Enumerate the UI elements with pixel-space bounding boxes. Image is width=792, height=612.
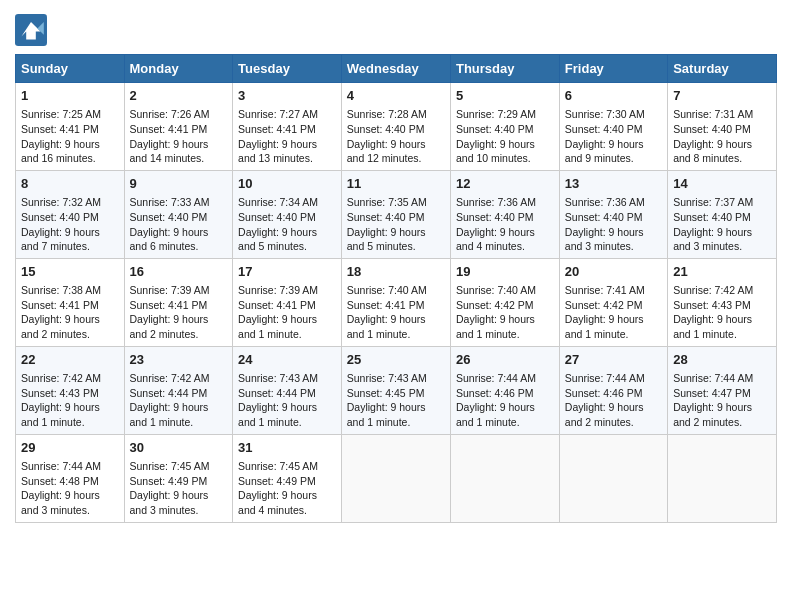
sunset: Sunset: 4:40 PM <box>130 211 208 223</box>
day-number: 20 <box>565 263 662 281</box>
sunrise: Sunrise: 7:30 AM <box>565 108 645 120</box>
day-number: 19 <box>456 263 554 281</box>
calendar-day-header: Sunday <box>16 55 125 83</box>
calendar-cell: 13 Sunrise: 7:36 AM Sunset: 4:40 PM Dayl… <box>559 170 667 258</box>
sunset: Sunset: 4:41 PM <box>238 123 316 135</box>
logo <box>15 14 51 46</box>
calendar-cell: 8 Sunrise: 7:32 AM Sunset: 4:40 PM Dayli… <box>16 170 125 258</box>
calendar-day-header: Monday <box>124 55 233 83</box>
sunrise: Sunrise: 7:40 AM <box>456 284 536 296</box>
sunset: Sunset: 4:41 PM <box>238 299 316 311</box>
day-number: 9 <box>130 175 228 193</box>
calendar-cell <box>559 434 667 522</box>
sunrise: Sunrise: 7:44 AM <box>21 460 101 472</box>
day-number: 3 <box>238 87 336 105</box>
calendar-cell: 4 Sunrise: 7:28 AM Sunset: 4:40 PM Dayli… <box>341 83 450 171</box>
calendar-cell: 29 Sunrise: 7:44 AM Sunset: 4:48 PM Dayl… <box>16 434 125 522</box>
calendar-cell: 11 Sunrise: 7:35 AM Sunset: 4:40 PM Dayl… <box>341 170 450 258</box>
daylight: Daylight: 9 hours and 8 minutes. <box>673 138 752 165</box>
daylight: Daylight: 9 hours and 1 minute. <box>238 401 317 428</box>
daylight: Daylight: 9 hours and 1 minute. <box>456 401 535 428</box>
calendar-cell <box>341 434 450 522</box>
calendar-cell: 28 Sunrise: 7:44 AM Sunset: 4:47 PM Dayl… <box>668 346 777 434</box>
calendar-cell: 25 Sunrise: 7:43 AM Sunset: 4:45 PM Dayl… <box>341 346 450 434</box>
calendar-cell <box>668 434 777 522</box>
sunset: Sunset: 4:40 PM <box>673 123 751 135</box>
sunrise: Sunrise: 7:43 AM <box>347 372 427 384</box>
day-number: 12 <box>456 175 554 193</box>
calendar-body: 1 Sunrise: 7:25 AM Sunset: 4:41 PM Dayli… <box>16 83 777 523</box>
calendar-week-row: 22 Sunrise: 7:42 AM Sunset: 4:43 PM Dayl… <box>16 346 777 434</box>
day-number: 30 <box>130 439 228 457</box>
day-number: 27 <box>565 351 662 369</box>
sunset: Sunset: 4:41 PM <box>130 299 208 311</box>
sunset: Sunset: 4:42 PM <box>565 299 643 311</box>
day-number: 16 <box>130 263 228 281</box>
day-number: 18 <box>347 263 445 281</box>
calendar-cell: 19 Sunrise: 7:40 AM Sunset: 4:42 PM Dayl… <box>450 258 559 346</box>
day-number: 7 <box>673 87 771 105</box>
daylight: Daylight: 9 hours and 5 minutes. <box>238 226 317 253</box>
sunrise: Sunrise: 7:25 AM <box>21 108 101 120</box>
sunrise: Sunrise: 7:38 AM <box>21 284 101 296</box>
calendar-cell: 9 Sunrise: 7:33 AM Sunset: 4:40 PM Dayli… <box>124 170 233 258</box>
sunrise: Sunrise: 7:26 AM <box>130 108 210 120</box>
daylight: Daylight: 9 hours and 7 minutes. <box>21 226 100 253</box>
sunset: Sunset: 4:40 PM <box>565 123 643 135</box>
calendar-cell: 23 Sunrise: 7:42 AM Sunset: 4:44 PM Dayl… <box>124 346 233 434</box>
calendar-cell: 10 Sunrise: 7:34 AM Sunset: 4:40 PM Dayl… <box>233 170 342 258</box>
daylight: Daylight: 9 hours and 3 minutes. <box>130 489 209 516</box>
sunrise: Sunrise: 7:43 AM <box>238 372 318 384</box>
calendar-header-row: SundayMondayTuesdayWednesdayThursdayFrid… <box>16 55 777 83</box>
day-number: 29 <box>21 439 119 457</box>
sunset: Sunset: 4:43 PM <box>673 299 751 311</box>
calendar-day-header: Friday <box>559 55 667 83</box>
calendar-cell: 12 Sunrise: 7:36 AM Sunset: 4:40 PM Dayl… <box>450 170 559 258</box>
sunrise: Sunrise: 7:31 AM <box>673 108 753 120</box>
daylight: Daylight: 9 hours and 2 minutes. <box>673 401 752 428</box>
sunrise: Sunrise: 7:33 AM <box>130 196 210 208</box>
calendar-cell: 17 Sunrise: 7:39 AM Sunset: 4:41 PM Dayl… <box>233 258 342 346</box>
day-number: 25 <box>347 351 445 369</box>
sunrise: Sunrise: 7:42 AM <box>130 372 210 384</box>
sunset: Sunset: 4:47 PM <box>673 387 751 399</box>
calendar-day-header: Saturday <box>668 55 777 83</box>
daylight: Daylight: 9 hours and 1 minute. <box>565 313 644 340</box>
calendar-cell: 27 Sunrise: 7:44 AM Sunset: 4:46 PM Dayl… <box>559 346 667 434</box>
day-number: 24 <box>238 351 336 369</box>
sunset: Sunset: 4:49 PM <box>130 475 208 487</box>
day-number: 5 <box>456 87 554 105</box>
sunrise: Sunrise: 7:45 AM <box>130 460 210 472</box>
sunset: Sunset: 4:44 PM <box>130 387 208 399</box>
sunset: Sunset: 4:40 PM <box>347 211 425 223</box>
sunset: Sunset: 4:46 PM <box>565 387 643 399</box>
daylight: Daylight: 9 hours and 3 minutes. <box>565 226 644 253</box>
daylight: Daylight: 9 hours and 13 minutes. <box>238 138 317 165</box>
sunrise: Sunrise: 7:44 AM <box>565 372 645 384</box>
calendar-day-header: Tuesday <box>233 55 342 83</box>
sunset: Sunset: 4:43 PM <box>21 387 99 399</box>
daylight: Daylight: 9 hours and 4 minutes. <box>456 226 535 253</box>
sunset: Sunset: 4:49 PM <box>238 475 316 487</box>
sunrise: Sunrise: 7:28 AM <box>347 108 427 120</box>
calendar-cell: 18 Sunrise: 7:40 AM Sunset: 4:41 PM Dayl… <box>341 258 450 346</box>
logo-icon <box>15 14 47 46</box>
sunrise: Sunrise: 7:42 AM <box>21 372 101 384</box>
sunrise: Sunrise: 7:39 AM <box>238 284 318 296</box>
calendar-cell: 15 Sunrise: 7:38 AM Sunset: 4:41 PM Dayl… <box>16 258 125 346</box>
day-number: 10 <box>238 175 336 193</box>
sunset: Sunset: 4:41 PM <box>130 123 208 135</box>
calendar-cell: 5 Sunrise: 7:29 AM Sunset: 4:40 PM Dayli… <box>450 83 559 171</box>
calendar-week-row: 15 Sunrise: 7:38 AM Sunset: 4:41 PM Dayl… <box>16 258 777 346</box>
day-number: 21 <box>673 263 771 281</box>
sunrise: Sunrise: 7:41 AM <box>565 284 645 296</box>
sunrise: Sunrise: 7:37 AM <box>673 196 753 208</box>
sunset: Sunset: 4:42 PM <box>456 299 534 311</box>
calendar-cell: 3 Sunrise: 7:27 AM Sunset: 4:41 PM Dayli… <box>233 83 342 171</box>
daylight: Daylight: 9 hours and 1 minute. <box>347 313 426 340</box>
day-number: 8 <box>21 175 119 193</box>
calendar-cell: 14 Sunrise: 7:37 AM Sunset: 4:40 PM Dayl… <box>668 170 777 258</box>
calendar-week-row: 1 Sunrise: 7:25 AM Sunset: 4:41 PM Dayli… <box>16 83 777 171</box>
calendar-week-row: 8 Sunrise: 7:32 AM Sunset: 4:40 PM Dayli… <box>16 170 777 258</box>
sunrise: Sunrise: 7:29 AM <box>456 108 536 120</box>
